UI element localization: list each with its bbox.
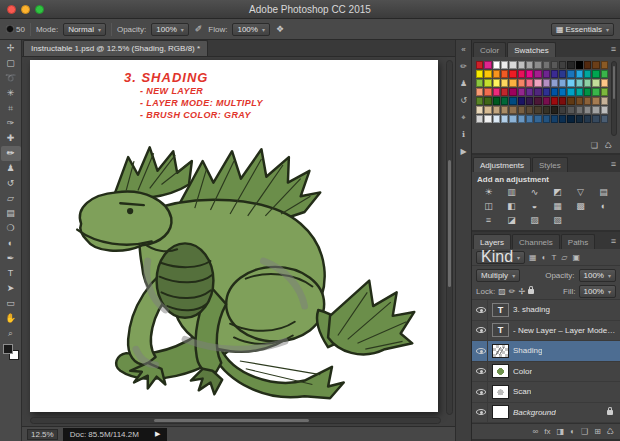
- tab-swatches[interactable]: Swatches: [507, 42, 556, 57]
- swatch[interactable]: [592, 79, 599, 87]
- swatch-scrollbar[interactable]: [611, 61, 617, 136]
- visibility-toggle[interactable]: [474, 300, 488, 320]
- swatch[interactable]: [551, 79, 558, 87]
- swatch[interactable]: [534, 61, 541, 69]
- brush-presets-icon[interactable]: ✏: [457, 61, 471, 72]
- swatch[interactable]: [601, 70, 608, 78]
- brightness-contrast-icon[interactable]: ☀: [478, 186, 499, 199]
- swatch[interactable]: [518, 70, 525, 78]
- visibility-toggle[interactable]: [474, 341, 488, 361]
- filter-kind-dropdown[interactable]: Kind: [476, 251, 525, 264]
- swatch[interactable]: [543, 106, 550, 114]
- filter-shape-icon[interactable]: ▱: [560, 253, 568, 262]
- swatch[interactable]: [592, 115, 599, 123]
- swatch[interactable]: [576, 97, 583, 105]
- swatch[interactable]: [584, 115, 591, 123]
- clone-source-icon[interactable]: ♟: [457, 78, 471, 89]
- swatch[interactable]: [509, 97, 516, 105]
- swatch[interactable]: [576, 88, 583, 96]
- color-chips[interactable]: [3, 344, 19, 360]
- swatch[interactable]: [526, 79, 533, 87]
- swatch[interactable]: [484, 70, 491, 78]
- swatch[interactable]: [476, 106, 483, 114]
- clone-stamp-tool[interactable]: ♟: [1, 161, 21, 176]
- swatch[interactable]: [476, 79, 483, 87]
- minimize-button[interactable]: [21, 5, 30, 14]
- swatch[interactable]: [526, 106, 533, 114]
- swatch[interactable]: [493, 115, 500, 123]
- swatch[interactable]: [534, 106, 541, 114]
- swatch[interactable]: [567, 61, 574, 69]
- selective-color-icon[interactable]: ▨: [524, 214, 545, 227]
- swatch[interactable]: [576, 115, 583, 123]
- tab-paths[interactable]: Paths: [561, 234, 595, 249]
- gradient-map-icon[interactable]: ▧: [547, 214, 568, 227]
- swatch[interactable]: [592, 97, 599, 105]
- swatch[interactable]: [534, 97, 541, 105]
- hand-tool[interactable]: ✋: [1, 311, 21, 326]
- swatch[interactable]: [534, 115, 541, 123]
- swatch[interactable]: [543, 97, 550, 105]
- filter-type-icon[interactable]: T: [550, 253, 557, 262]
- dodge-tool[interactable]: ◐: [1, 236, 21, 251]
- layer-row[interactable]: Background: [472, 403, 620, 424]
- swatch[interactable]: [551, 61, 558, 69]
- swatch[interactable]: [543, 79, 550, 87]
- swatch[interactable]: [592, 61, 599, 69]
- horizontal-scrollbar-thumb[interactable]: [154, 419, 309, 422]
- navigator-panel-icon[interactable]: ⌖: [457, 112, 471, 123]
- swatch[interactable]: [559, 61, 566, 69]
- swatch-scrollbar-thumb[interactable]: [613, 66, 615, 99]
- swatch[interactable]: [509, 106, 516, 114]
- vertical-scrollbar[interactable]: [446, 60, 453, 415]
- layer-row[interactable]: Scan: [472, 382, 620, 403]
- swatch[interactable]: [484, 79, 491, 87]
- swatch[interactable]: [534, 79, 541, 87]
- swatch[interactable]: [484, 61, 491, 69]
- swatch[interactable]: [567, 88, 574, 96]
- fill-dropdown[interactable]: 100%: [579, 285, 616, 298]
- photo-filter-icon[interactable]: ◒: [524, 200, 545, 213]
- crop-tool[interactable]: ⌗: [1, 101, 21, 116]
- panel-menu-icon[interactable]: [607, 159, 620, 169]
- layer-row[interactable]: Color: [472, 362, 620, 383]
- blur-tool[interactable]: ❍: [1, 221, 21, 236]
- swatch[interactable]: [567, 79, 574, 87]
- lock-pixels-icon[interactable]: ✏: [509, 287, 516, 296]
- color-lookup-icon[interactable]: ▩: [570, 200, 591, 213]
- canvas[interactable]: 3. SHADING - NEW LAYER - LAYER MODE: MUL…: [30, 60, 438, 412]
- swatch[interactable]: [509, 115, 516, 123]
- filter-smart-object-icon[interactable]: ▣: [572, 253, 582, 262]
- close-button[interactable]: [7, 5, 16, 14]
- healing-brush-tool[interactable]: ✚: [1, 131, 21, 146]
- swatch[interactable]: [493, 70, 500, 78]
- swatch[interactable]: [509, 61, 516, 69]
- swatch[interactable]: [543, 88, 550, 96]
- status-options-arrow-icon[interactable]: ▶: [155, 430, 160, 438]
- quick-selection-tool[interactable]: ✳: [1, 86, 21, 101]
- type-tool[interactable]: T: [1, 266, 21, 281]
- tab-styles[interactable]: Styles: [532, 157, 568, 172]
- delete-swatch-icon[interactable]: ♺: [605, 141, 612, 150]
- layer-mask-icon[interactable]: ◨: [557, 427, 565, 436]
- lock-all-icon[interactable]: [528, 289, 534, 294]
- curves-icon[interactable]: ∿: [524, 186, 545, 199]
- swatch[interactable]: [484, 106, 491, 114]
- swatch[interactable]: [584, 79, 591, 87]
- path-selection-tool[interactable]: ➤: [1, 281, 21, 296]
- brush-preset-picker[interactable]: 50: [6, 25, 25, 34]
- collapse-panels-icon[interactable]: «: [457, 44, 471, 55]
- swatch[interactable]: [509, 79, 516, 87]
- swatch[interactable]: [576, 79, 583, 87]
- tab-color[interactable]: Color: [473, 42, 506, 57]
- eyedropper-tool[interactable]: ✑: [1, 116, 21, 131]
- swatch[interactable]: [551, 115, 558, 123]
- exposure-icon[interactable]: ◩: [547, 186, 568, 199]
- color-balance-icon[interactable]: ◫: [478, 200, 499, 213]
- pen-tool[interactable]: ✒: [1, 251, 21, 266]
- swatch[interactable]: [551, 88, 558, 96]
- swatch[interactable]: [501, 97, 508, 105]
- swatch[interactable]: [543, 70, 550, 78]
- swatch[interactable]: [559, 97, 566, 105]
- posterize-icon[interactable]: ≡: [478, 214, 499, 227]
